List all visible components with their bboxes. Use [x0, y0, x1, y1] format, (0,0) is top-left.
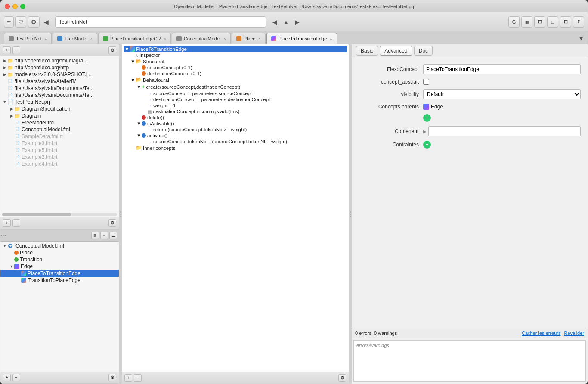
bottom-tree-item-2[interactable]: Transition — [0, 256, 119, 263]
bottom-tree-item-0[interactable]: ▼ ConceptualModel.fml — [0, 242, 119, 249]
bottom-tree-item-4[interactable]: PlaceToTransitionEdge — [0, 270, 119, 277]
settings-btn-top[interactable]: ⚙ — [108, 219, 116, 227]
icon-btn-2[interactable]: ▦ — [521, 16, 532, 28]
hide-errors-link[interactable]: Cacher les erreurs — [522, 331, 560, 336]
tab-basic[interactable]: Basic — [356, 46, 378, 56]
bottom-tree-item-3[interactable]: ▼ Edge — [0, 263, 119, 270]
add-btn-top[interactable]: + — [3, 219, 11, 227]
tab-freemodel[interactable]: FreeModel × — [53, 33, 97, 44]
add-contraintes-btn[interactable]: + — [423, 141, 431, 149]
settings-fml-btn[interactable]: ⚙ — [338, 374, 346, 382]
fml-node-0[interactable]: ▼ PlaceToTransitionEdge — [124, 46, 347, 52]
tab-close-4[interactable]: × — [258, 37, 260, 41]
nav-forward[interactable]: ▶ — [293, 17, 302, 27]
shield-btn[interactable]: 🛡 — [15, 16, 26, 28]
tree-item-7[interactable]: ▶ 📁 DiagramSpecification — [0, 105, 119, 112]
breadcrumb[interactable]: TestPetriNet — [55, 16, 266, 28]
tree-item-1[interactable]: ▶ 📁 http://openflexo.org/http — [0, 64, 119, 71]
remove-btn-bottom[interactable]: − — [12, 374, 20, 381]
maximize-button[interactable] — [20, 4, 25, 9]
b-arrow-3[interactable]: ▼ — [9, 264, 14, 269]
tree-item-15[interactable]: 📄 Example4.fml.rt — [0, 161, 119, 167]
fml-node-11[interactable]: delete() — [124, 115, 347, 121]
icon-btn-1[interactable]: G — [508, 16, 520, 28]
arrow-6[interactable]: ▼ — [2, 100, 7, 104]
arrow-2[interactable]: ▶ — [2, 72, 7, 77]
settings-btn-bottom[interactable]: ⚙ — [108, 374, 116, 381]
tab-doc[interactable]: Doc — [414, 46, 433, 56]
icon-btn-6[interactable]: ⇑ — [573, 16, 584, 28]
remove-btn-top[interactable]: − — [12, 219, 20, 227]
bottom-tree-item-1[interactable]: Place — [0, 249, 119, 256]
fml-arrow-12[interactable]: ▼ — [136, 121, 142, 126]
tab-advanced[interactable]: Advanced — [380, 46, 412, 56]
tree-item-9[interactable]: 📄 FreeModel.fml — [0, 119, 119, 126]
fml-arrow-2[interactable]: ▼ — [130, 59, 136, 64]
add-btn-bottom[interactable]: + — [3, 374, 11, 381]
fml-node-5[interactable]: ▼ 📂 Behavioural — [124, 77, 347, 83]
concept-abstrait-checkbox[interactable] — [423, 79, 429, 85]
fml-node-4[interactable]: destinationConcept (0-1) — [124, 71, 347, 77]
fml-arrow-6[interactable]: ▼ — [136, 84, 142, 90]
minimize-button[interactable] — [12, 4, 18, 9]
nav-up[interactable]: ▲ — [282, 17, 291, 27]
tab-testpetrinet[interactable]: TestPetriNet × — [4, 33, 52, 44]
revalidate-link[interactable]: Revalider — [564, 331, 584, 336]
conteneur-expand-icon[interactable]: ▶ — [423, 129, 427, 134]
nav-back[interactable]: ◀ — [270, 17, 280, 27]
tree-item-11[interactable]: 📄 SampleData.fml.rt — [0, 133, 119, 140]
tab-close-3[interactable]: × — [224, 37, 226, 41]
fml-node-1[interactable]: ╲ Inspector — [124, 52, 347, 58]
collapse-btn[interactable]: ⇐ — [4, 16, 14, 28]
tree-item-2[interactable]: ▶ 📁 modelers-rc-2.0.0-SNAPSHOT.j... — [0, 71, 119, 78]
tab-placetransitionedgegr[interactable]: PlaceTransitionEdgeGR × — [98, 33, 171, 44]
fml-node-2[interactable]: ▼ 📂 Structural — [124, 58, 347, 65]
arrow-0[interactable]: ▶ — [2, 59, 7, 63]
fml-node-16[interactable]: 📁 Inner concepts — [124, 145, 347, 151]
gear-tool-btn[interactable]: ⚙ — [28, 16, 40, 28]
detail-view-btn[interactable]: ☰ — [109, 232, 117, 239]
arrow-1[interactable]: ▶ — [2, 65, 7, 70]
b-arrow-0[interactable]: ▼ — [2, 244, 7, 248]
tab-conceptualmodel[interactable]: ConceptualModel × — [172, 33, 231, 44]
tree-item-4[interactable]: 📄 file:/Users/sylvain/Documents/Te... — [0, 85, 119, 92]
fml-node-14[interactable]: ▼ activate() — [124, 133, 347, 139]
flexoconcept-input[interactable] — [423, 64, 581, 74]
fml-node-12[interactable]: ▼ isActivable() — [124, 121, 347, 127]
remove-resource-btn[interactable]: − — [12, 46, 20, 54]
tab-placetotransitionedge[interactable]: PlaceToTransitionEdge × — [266, 33, 337, 44]
settings-resource-btn[interactable]: ⚙ — [108, 46, 116, 54]
grid-view-btn[interactable]: ⊞ — [91, 232, 99, 239]
arrow-7[interactable]: ▶ — [9, 107, 14, 111]
close-button[interactable] — [5, 4, 10, 9]
tree-item-13[interactable]: 📄 Example5.fml.rt — [0, 147, 119, 154]
conteneur-input[interactable] — [428, 126, 581, 136]
icon-btn-4[interactable]: □ — [547, 16, 558, 28]
tab-close-1[interactable]: × — [90, 37, 93, 41]
tab-close-0[interactable]: × — [45, 37, 47, 41]
fml-arrow-5[interactable]: ▼ — [130, 77, 136, 83]
tree-item-3[interactable]: 📄 file:/Users/sylvain/AtelierB/ — [0, 78, 119, 85]
tree-item-12[interactable]: 📄 Example3.fml.rt — [0, 140, 119, 147]
list-view-btn[interactable]: ≡ — [100, 232, 108, 239]
fml-node-7[interactable]: ↔ sourceConcept = parameters.sourceConce… — [124, 90, 347, 96]
remove-fml-btn[interactable]: − — [134, 374, 142, 382]
tree-item-8[interactable]: ▶ 📁 Diagram — [0, 112, 119, 119]
add-resource-btn[interactable]: + — [3, 46, 11, 54]
tree-item-14[interactable]: 📄 Example2.fml.rt — [0, 154, 119, 161]
tab-dropdown[interactable]: ▼ — [575, 33, 588, 44]
fml-node-9[interactable]: ↔ weight = 1 — [124, 102, 347, 108]
fml-node-6[interactable]: ▼ + create(sourceConcept,destinationConc… — [124, 83, 347, 90]
add-fml-btn[interactable]: + — [124, 374, 132, 382]
tree-item-0[interactable]: ▶ 📁 http://openflexo.org/fml-diagra... — [0, 57, 119, 64]
tab-close-2[interactable]: × — [164, 37, 166, 41]
fml-node-13[interactable]: ↔ return (sourceConcept.tokenNb >= weigh… — [124, 127, 347, 133]
fml-node-8[interactable]: ↔ destinationConcept = parameters.destin… — [124, 96, 347, 102]
fml-node-15[interactable]: ↔ sourceConcept.tokenNb = (sourceConcept… — [124, 139, 347, 145]
bottom-tree-item-5[interactable]: TransitionToPlaceEdge — [0, 277, 119, 284]
visibility-select[interactable]: Default Public Private Protected — [423, 89, 581, 99]
add-concepts-parents-btn[interactable]: + — [423, 114, 431, 122]
icon-btn-3[interactable]: ⊟ — [534, 16, 545, 28]
tree-item-10[interactable]: 📄 ConceptualModel.fml — [0, 126, 119, 133]
arrow-8[interactable]: ▶ — [9, 114, 14, 118]
